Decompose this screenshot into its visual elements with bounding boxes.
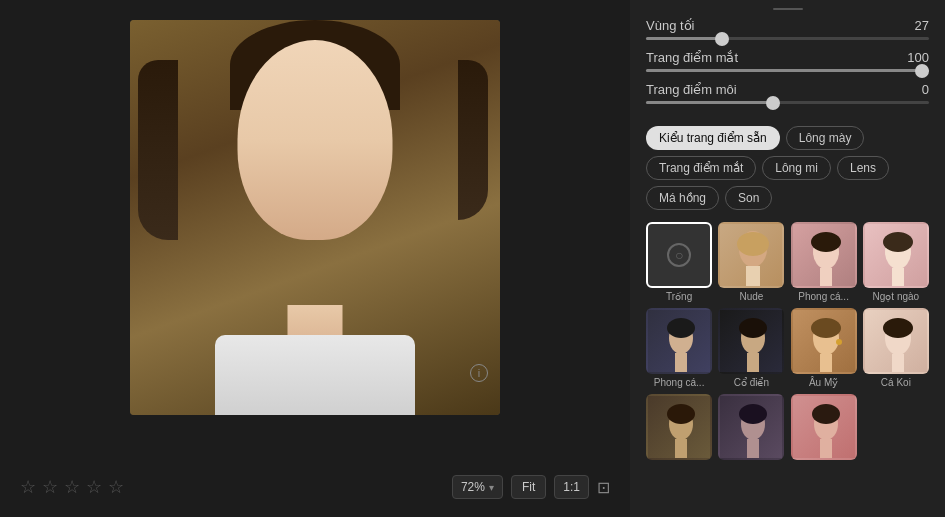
svg-point-13: [739, 318, 767, 338]
filter-tabs: Kiểu trang điểm sẵn Lông mày Trang điểm …: [646, 126, 929, 210]
star-1[interactable]: ☆: [20, 476, 36, 498]
preset-thumb-phong-ca-1: [791, 222, 857, 288]
info-button[interactable]: i: [470, 364, 488, 382]
preset-row3-3[interactable]: [791, 394, 857, 463]
hair-side-right: [458, 60, 488, 220]
svg-point-23: [667, 404, 695, 424]
preset-phong-ca-1[interactable]: Phong cá...: [791, 222, 857, 302]
vung-toi-fill: [646, 37, 722, 40]
svg-rect-11: [675, 353, 687, 374]
slider-section: Vùng tối 27 Trang điểm mắt 100 Trang điể…: [646, 18, 929, 114]
trang-diem-mat-row: Trang điểm mắt 100: [646, 50, 929, 65]
preset-row3-1[interactable]: [646, 394, 712, 463]
preset-thumb-row3-2: [718, 394, 784, 460]
star-3[interactable]: ☆: [64, 476, 80, 498]
svg-point-18: [836, 339, 842, 345]
tab-long-may[interactable]: Lông mày: [786, 126, 865, 150]
preset-thumb-ngot-ngao: [863, 222, 929, 288]
svg-point-16: [811, 318, 841, 338]
zoom-select[interactable]: 72% ▾: [452, 475, 503, 499]
row3-2-face-svg: [720, 396, 784, 460]
preset-thumb-ca-koi: [863, 308, 929, 374]
shirt: [215, 335, 415, 415]
svg-rect-30: [820, 439, 832, 460]
svg-rect-21: [892, 354, 904, 374]
preset-thumb-phong-ca-2: [646, 308, 712, 374]
nude-face-svg: [720, 224, 784, 288]
star-2[interactable]: ☆: [42, 476, 58, 498]
trang-diem-mat-label: Trang điểm mắt: [646, 50, 738, 65]
vung-toi-track[interactable]: [646, 37, 929, 40]
empty-circle-icon: ○: [667, 243, 691, 267]
svg-rect-14: [747, 353, 759, 374]
trang-diem-moi-value: 0: [922, 82, 929, 97]
top-divider: [773, 8, 803, 10]
trang-diem-moi-thumb[interactable]: [766, 96, 780, 110]
bottom-toolbar: ☆ ☆ ☆ ☆ ☆ 72% ▾ Fit 1:1 ⊡: [0, 475, 630, 499]
zoom-chevron-icon: ▾: [489, 482, 494, 493]
preset-grid: ○ Trống Nude: [646, 222, 929, 463]
svg-rect-8: [892, 268, 904, 288]
ca-koi-face-svg: [865, 310, 929, 374]
svg-point-4: [811, 232, 841, 252]
preset-row3-2[interactable]: [718, 394, 784, 463]
preset-thumb-co-dien: [718, 308, 784, 374]
trang-diem-moi-track[interactable]: [646, 101, 929, 104]
trang-diem-mat-track[interactable]: [646, 69, 929, 72]
preset-thumb-nude: [718, 222, 784, 288]
vung-toi-thumb[interactable]: [715, 32, 729, 46]
svg-point-26: [739, 404, 767, 424]
preset-thumb-row3-1: [646, 394, 712, 460]
svg-rect-2: [746, 266, 760, 288]
trang-diem-mat-thumb[interactable]: [915, 64, 929, 78]
preset-label-ca-koi: Cá Koi: [881, 377, 911, 388]
expand-button[interactable]: ⊡: [597, 478, 610, 497]
preset-ngot-ngao[interactable]: Ngọt ngào: [863, 222, 929, 302]
toolbar-right: 72% ▾ Fit 1:1 ⊡: [452, 475, 610, 499]
tab-son[interactable]: Son: [725, 186, 772, 210]
preset-co-dien[interactable]: Cổ điển: [718, 308, 784, 388]
svg-rect-17: [820, 354, 832, 374]
preset-au-my[interactable]: Âu Mỹ: [791, 308, 857, 388]
phong-ca-2-face-svg: [648, 310, 712, 374]
image-container: [130, 20, 500, 415]
portrait-image: [130, 20, 500, 415]
tab-kieu-trang-diem[interactable]: Kiểu trang điểm sẵn: [646, 126, 780, 150]
ratio-button[interactable]: 1:1: [554, 475, 589, 499]
preset-nude[interactable]: Nude: [718, 222, 784, 302]
svg-rect-27: [747, 439, 759, 460]
au-my-face-svg: [793, 310, 857, 374]
svg-point-10: [667, 318, 695, 338]
fit-button[interactable]: Fit: [511, 475, 546, 499]
preset-label-co-dien: Cổ điển: [734, 377, 769, 388]
trang-diem-mat-value: 100: [907, 50, 929, 65]
stars-container: ☆ ☆ ☆ ☆ ☆: [20, 476, 124, 498]
preset-thumb-row3-3: [791, 394, 857, 460]
vung-toi-value: 27: [915, 18, 929, 33]
svg-rect-24: [675, 439, 687, 460]
trang-diem-moi-label: Trang điểm môi: [646, 82, 737, 97]
star-4[interactable]: ☆: [86, 476, 102, 498]
left-panel: i ☆ ☆ ☆ ☆ ☆ 72% ▾ Fit 1:1 ⊡: [0, 0, 630, 517]
preset-label-trong: Trống: [666, 291, 692, 302]
zoom-value: 72%: [461, 480, 485, 494]
star-5[interactable]: ☆: [108, 476, 124, 498]
tab-trang-diem-mat[interactable]: Trang điểm mắt: [646, 156, 756, 180]
svg-point-1: [737, 232, 769, 256]
phong-ca-1-face-svg: [793, 224, 857, 288]
preset-trong[interactable]: ○ Trống: [646, 222, 712, 302]
right-panel: Vùng tối 27 Trang điểm mắt 100 Trang điể…: [630, 0, 945, 517]
preset-thumb-trong: ○: [646, 222, 712, 288]
preset-label-nude: Nude: [739, 291, 763, 302]
preset-ca-koi[interactable]: Cá Koi: [863, 308, 929, 388]
tab-lens[interactable]: Lens: [837, 156, 889, 180]
svg-point-7: [883, 232, 913, 252]
tab-ma-hong[interactable]: Má hồng: [646, 186, 719, 210]
ngot-ngao-face-svg: [865, 224, 929, 288]
vung-toi-row: Vùng tối 27: [646, 18, 929, 33]
tab-long-mi[interactable]: Lông mi: [762, 156, 831, 180]
preset-label-phong-ca-2: Phong cá...: [654, 377, 705, 388]
preset-phong-ca-2[interactable]: Phong cá...: [646, 308, 712, 388]
preset-label-ngot-ngao: Ngọt ngào: [873, 291, 920, 302]
preset-thumb-au-my: [791, 308, 857, 374]
